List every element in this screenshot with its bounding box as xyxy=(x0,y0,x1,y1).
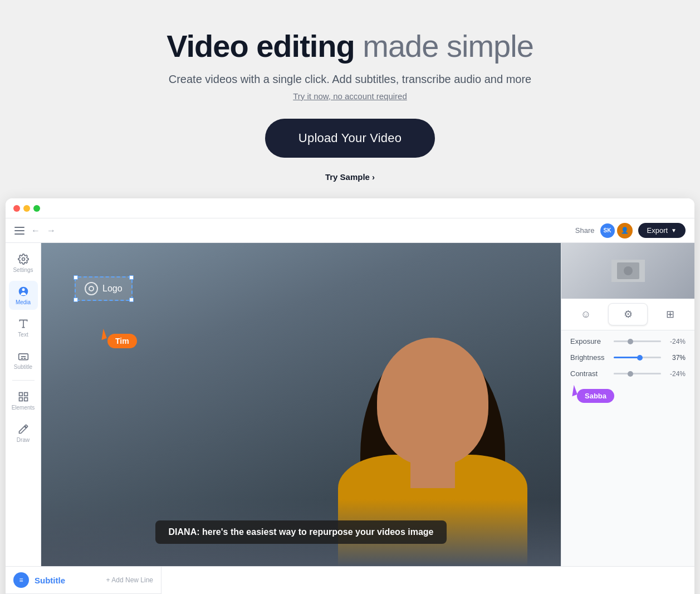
logo-text: Logo xyxy=(102,284,123,294)
exposure-label: Exposure xyxy=(570,337,609,345)
person-neck xyxy=(410,444,455,488)
traffic-lights xyxy=(13,205,40,212)
tab-color[interactable]: ☺ xyxy=(566,303,606,325)
sidebar-item-subtitle[interactable]: Subtitle xyxy=(9,345,38,374)
brightness-track xyxy=(614,357,661,358)
exposure-slider[interactable] xyxy=(614,340,661,342)
logo-inner-circle xyxy=(89,286,94,291)
logo-overlay[interactable]: Logo xyxy=(75,276,133,301)
settings-icon xyxy=(17,253,30,265)
contrast-value: -24% xyxy=(665,370,686,378)
sidebar-item-text[interactable]: Text xyxy=(9,313,38,342)
brightness-row: Brightness 37% xyxy=(570,353,686,362)
tab-adjustments[interactable]: ⚙ xyxy=(608,303,648,325)
brightness-thumb[interactable] xyxy=(637,355,643,361)
sidebar-item-settings[interactable]: Settings xyxy=(9,249,38,277)
right-panel: ☺ ⚙ ⊞ Exposure xyxy=(561,243,694,566)
sidebar-settings-label: Settings xyxy=(13,267,33,273)
sliders-icon: ⚙ xyxy=(624,308,633,320)
export-button[interactable]: Export ▼ xyxy=(638,223,686,238)
user-avatars: SK 👤 xyxy=(600,223,633,238)
exposure-row: Exposure -24% xyxy=(570,337,686,345)
main-area: Settings Media Text Subtit xyxy=(6,243,694,566)
video-subtitle-overlay: DIANA: here's the easiest way to repurpo… xyxy=(155,520,447,544)
bottom-section: ≡ Subtitle + Add New Line ALEC: This is … xyxy=(6,566,694,594)
timeline-area: ⏮ ⏭ 00:02:23 🔊 Fit to Screen ⛶ xyxy=(161,567,694,594)
minimize-button[interactable] xyxy=(23,205,30,212)
text-icon xyxy=(17,318,30,330)
exposure-value: -24% xyxy=(665,338,686,345)
menu-line xyxy=(14,230,25,231)
svg-point-12 xyxy=(624,266,633,275)
sabba-cursor-arrow-icon xyxy=(569,385,577,396)
resize-handle-tr[interactable] xyxy=(129,275,134,280)
export-label: Export xyxy=(647,226,668,235)
elements-icon xyxy=(17,391,30,403)
menu-line xyxy=(14,233,25,235)
add-new-line-button[interactable]: + Add New Line xyxy=(106,576,153,584)
color-adjust-icon: ☺ xyxy=(581,309,591,320)
maximize-button[interactable] xyxy=(33,205,40,212)
cursor-arrow-icon xyxy=(98,329,107,340)
avatar-photo: 👤 xyxy=(617,223,633,238)
subtitle-panel-icon: ≡ xyxy=(13,572,29,588)
share-label: Share xyxy=(575,226,595,235)
menu-line xyxy=(14,227,25,228)
resize-handle-bl[interactable] xyxy=(74,298,78,302)
panel-tabs: ☺ ⚙ ⊞ xyxy=(561,299,694,330)
back-arrow-icon[interactable]: ← xyxy=(31,226,40,236)
draw-icon xyxy=(17,423,30,435)
subtitle-panel-header: ≡ Subtitle + Add New Line xyxy=(6,567,161,594)
export-chevron-icon: ▼ xyxy=(671,227,677,233)
exposure-track xyxy=(614,340,661,342)
exposure-thumb[interactable] xyxy=(628,339,633,344)
brightness-value: 37% xyxy=(665,354,686,362)
panel-thumbnail xyxy=(561,243,694,299)
sidebar-text-label: Text xyxy=(18,332,28,338)
sidebar-item-elements[interactable]: Elements xyxy=(9,386,38,415)
video-area[interactable]: Logo Tim DIANA: here's the easiest way t… xyxy=(41,243,561,566)
app-toolbar: ← → Share SK 👤 Export ▼ xyxy=(6,218,694,243)
toolbar-right: Share SK 👤 Export ▼ xyxy=(575,223,686,238)
resize-handle-br[interactable] xyxy=(129,298,134,302)
sabba-label: Sabba xyxy=(577,389,614,403)
crop-icon: ⊞ xyxy=(666,308,674,320)
sidebar-item-draw[interactable]: Draw xyxy=(9,418,38,447)
menu-icon[interactable] xyxy=(14,227,25,235)
sidebar-elements-label: Elements xyxy=(12,405,35,411)
subtitle-panel-title: Subtitle xyxy=(35,576,65,585)
title-bar xyxy=(6,198,694,218)
svg-rect-7 xyxy=(24,393,27,396)
svg-rect-6 xyxy=(19,393,22,396)
hero-title-bold: Video editing xyxy=(167,28,355,64)
try-sample-link[interactable]: Try Sample xyxy=(11,172,689,182)
subtitle-icon xyxy=(17,350,30,362)
hero-section: Video editing made simple Create videos … xyxy=(0,0,700,198)
hero-subtitle: Create videos with a single click. Add s… xyxy=(11,73,689,86)
toolbar-left: ← → xyxy=(14,226,56,236)
hero-title: Video editing made simple xyxy=(11,28,689,64)
tim-cursor: Tim xyxy=(100,329,137,348)
contrast-label: Contrast xyxy=(570,369,609,378)
contrast-slider[interactable] xyxy=(614,373,661,374)
subtitle-edit-panel: ≡ Subtitle + Add New Line ALEC: This is … xyxy=(6,567,161,594)
tab-crop[interactable]: ⊞ xyxy=(650,303,690,325)
forward-arrow-icon[interactable]: → xyxy=(47,226,56,236)
brightness-slider[interactable] xyxy=(614,357,661,358)
close-button[interactable] xyxy=(13,205,20,212)
media-icon xyxy=(17,285,30,298)
sidebar-divider xyxy=(12,380,35,381)
subtitle-header-left: ≡ Subtitle xyxy=(13,572,65,588)
app-window: ← → Share SK 👤 Export ▼ Settings xyxy=(6,198,694,594)
sidebar: Settings Media Text Subtit xyxy=(6,243,41,566)
contrast-thumb[interactable] xyxy=(628,371,633,377)
resize-handle-tl[interactable] xyxy=(74,275,78,280)
brightness-fill xyxy=(614,357,640,358)
logo-circle xyxy=(85,282,98,295)
svg-point-0 xyxy=(22,258,25,261)
svg-rect-9 xyxy=(24,398,27,401)
tim-label: Tim xyxy=(107,334,137,348)
upload-video-button[interactable]: Upload Your Video xyxy=(265,119,435,158)
svg-point-2 xyxy=(22,288,25,291)
sidebar-item-media[interactable]: Media xyxy=(9,281,38,310)
